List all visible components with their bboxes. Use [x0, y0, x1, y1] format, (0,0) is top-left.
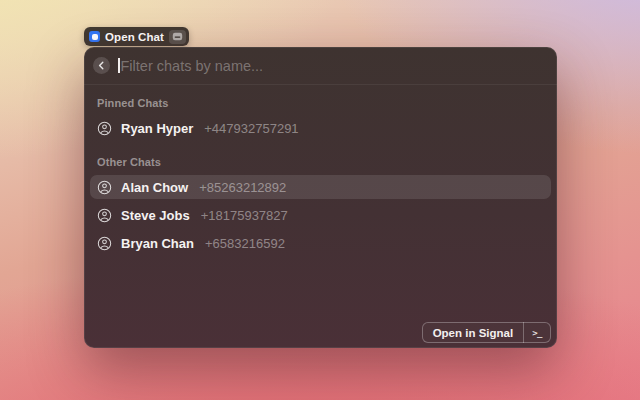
text-caret — [118, 58, 120, 73]
chat-phone: +6583216592 — [205, 236, 285, 251]
open-chat-pill[interactable]: Open Chat — [84, 27, 189, 46]
terminal-prompt-icon: >_ — [524, 328, 550, 338]
enter-key-badge — [169, 30, 186, 44]
footer-bar: Open in Signal >_ — [422, 322, 551, 343]
signal-icon-bubble — [92, 34, 98, 40]
person-circle-icon — [97, 121, 112, 136]
person-circle-icon — [97, 208, 112, 223]
chat-row-bryan-chan[interactable]: Bryan Chan +6583216592 — [90, 231, 551, 255]
chevron-left-icon — [96, 60, 107, 71]
section-title-pinned-chats: Pinned Chats — [90, 85, 551, 116]
search-bar — [84, 47, 557, 84]
section-title-other-chats: Other Chats — [90, 144, 551, 175]
chat-row-steve-jobs[interactable]: Steve Jobs +18175937827 — [90, 203, 551, 227]
pill-label: Open Chat — [105, 31, 164, 43]
chat-phone: +447932757291 — [204, 121, 298, 136]
person-circle-icon — [97, 180, 112, 195]
enter-key-icon — [172, 32, 183, 41]
chat-phone: +85263212892 — [199, 180, 286, 195]
launcher-window: Pinned Chats Ryan Hyper +447932757291 Ot… — [84, 47, 557, 348]
chat-phone: +18175937827 — [201, 208, 288, 223]
person-circle-icon — [97, 236, 112, 251]
chat-row-alan-chow[interactable]: Alan Chow +85263212892 — [90, 175, 551, 199]
back-button[interactable] — [93, 57, 110, 74]
open-in-signal-button[interactable]: Open in Signal >_ — [422, 322, 551, 343]
chat-name: Steve Jobs — [121, 208, 190, 223]
chat-name: Alan Chow — [121, 180, 188, 195]
search-input[interactable] — [121, 58, 546, 74]
chat-name: Ryan Hyper — [121, 121, 193, 136]
chat-name: Bryan Chan — [121, 236, 194, 251]
signal-icon — [89, 31, 100, 42]
desktop-background: Open Chat Pinned Chats — [0, 0, 640, 400]
action-label: Open in Signal — [423, 327, 524, 339]
chat-row-ryan-hyper[interactable]: Ryan Hyper +447932757291 — [90, 116, 551, 140]
chat-list: Pinned Chats Ryan Hyper +447932757291 Ot… — [84, 85, 557, 255]
